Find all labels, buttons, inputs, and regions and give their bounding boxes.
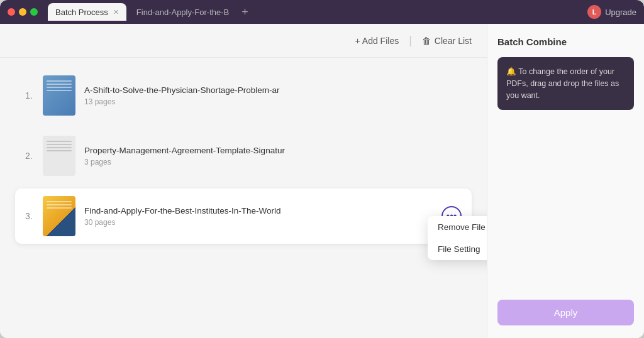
upgrade-label: Upgrade: [605, 8, 636, 17]
main-content: + Add Files | 🗑 Clear List 1.: [0, 24, 644, 338]
toolbar: + Add Files | 🗑 Clear List: [0, 24, 487, 58]
add-files-label: + Add Files: [355, 36, 399, 46]
file-info-1: A-Shift-to-Solve-the-Physician-Shortage-…: [84, 85, 462, 106]
maximize-button[interactable]: [30, 8, 38, 16]
apply-button[interactable]: Apply: [497, 300, 634, 325]
minimize-button[interactable]: [19, 8, 26, 16]
upgrade-button[interactable]: L Upgrade: [587, 5, 636, 19]
tab-batch-process[interactable]: Batch Process ✕: [48, 3, 126, 21]
file-info-2: Property-Management-Agreement-Template-S…: [84, 146, 462, 166]
tab-add-icon[interactable]: +: [242, 6, 248, 19]
file-pages-3: 30 pages: [84, 218, 441, 227]
file-name-3: Find-and-Apply-For-the-Best-Institutes-I…: [84, 206, 361, 215]
file-number-3: 3.: [25, 211, 43, 221]
close-button[interactable]: [8, 8, 15, 16]
add-files-button[interactable]: + Add Files: [355, 36, 399, 46]
toolbar-separator: |: [409, 34, 412, 47]
file-info-3: Find-and-Apply-For-the-Best-Institutes-I…: [84, 206, 441, 227]
tab-bar: Batch Process ✕ Find-and-Apply-For-the-B…: [48, 3, 582, 21]
file-pages-2: 3 pages: [84, 158, 462, 166]
remove-file-item[interactable]: Remove File: [428, 216, 487, 238]
panel-title: Batch Combine: [497, 36, 634, 47]
file-setting-item[interactable]: File Setting: [428, 238, 487, 260]
file-pages-1: 13 pages: [84, 97, 462, 106]
context-menu: Remove File File Setting: [428, 216, 487, 260]
left-panel: + Add Files | 🗑 Clear List 1.: [0, 24, 487, 338]
tab-find-apply-label: Find-and-Apply-For-the-B: [136, 8, 229, 17]
tab-find-apply[interactable]: Find-and-Apply-For-the-B: [129, 3, 236, 21]
tab-batch-process-label: Batch Process: [55, 8, 108, 17]
file-thumb-2: [43, 136, 75, 176]
file-name-1: A-Shift-to-Solve-the-Physician-Shortage-…: [84, 85, 361, 95]
list-item: 3. Find-and-Apply-For-the-Best-Institute…: [15, 188, 472, 244]
user-avatar: L: [587, 5, 601, 19]
app-window: Batch Process ✕ Find-and-Apply-For-the-B…: [0, 0, 644, 338]
trash-icon: 🗑: [422, 36, 431, 46]
clear-list-button[interactable]: 🗑 Clear List: [422, 36, 472, 46]
tab-close-icon[interactable]: ✕: [113, 8, 119, 16]
titlebar: Batch Process ✕ Find-and-Apply-For-the-B…: [0, 0, 644, 24]
clear-list-label: Clear List: [435, 36, 472, 46]
list-item: 2. Property-Management-Agreement-Templat…: [15, 128, 472, 183]
file-name-2: Property-Management-Agreement-Template-S…: [84, 146, 361, 155]
file-number-2: 2.: [25, 151, 43, 161]
file-number-1: 1.: [25, 90, 43, 101]
list-item: 1. A-Shift-to-Solve-the-Physician-Shorta…: [15, 68, 472, 123]
file-thumb-3: [43, 196, 75, 236]
right-panel: Batch Combine 🔔 To change the order of y…: [487, 24, 644, 338]
traffic-lights: [8, 8, 38, 16]
hint-box: 🔔 To change the order of your PDFs, drag…: [497, 57, 634, 110]
file-thumb-1: [43, 75, 75, 116]
file-list: 1. A-Shift-to-Solve-the-Physician-Shorta…: [0, 58, 487, 338]
